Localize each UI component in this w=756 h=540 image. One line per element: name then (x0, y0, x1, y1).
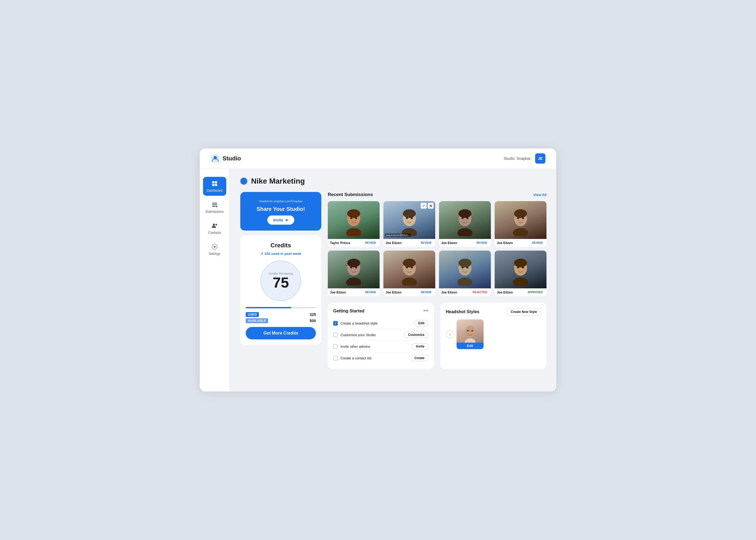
more-options-icon[interactable]: ••• (423, 308, 429, 314)
sidebar-item-settings[interactable]: Settings (203, 240, 226, 259)
submission-card[interactable]: Taylor PrinceREVIEW (328, 201, 380, 247)
svg-point-16 (355, 217, 357, 219)
credits-circle: Credits Remaining 75 (261, 261, 301, 301)
invite-button[interactable]: Invite ➤ (267, 215, 294, 225)
gs-item-label: Customize your Studio (340, 333, 376, 337)
svg-point-35 (350, 267, 352, 268)
sidebar: Dashboard Submissions (200, 169, 229, 391)
submissions-grid: Taylor PrinceREVIEWjoejuiceitzen@thesn..… (328, 201, 547, 296)
bottom-row: Getting Started ••• Create a headshot st… (328, 303, 547, 369)
recent-submissions-title: Recent Submissions (328, 192, 373, 198)
gs-action-button[interactable]: Customize (404, 332, 429, 338)
submission-name: Joe Eitzen (330, 291, 346, 294)
svg-point-24 (458, 209, 471, 218)
submission-card[interactable]: Joe EitzenAPPROVED (495, 251, 547, 296)
getting-started-card: Getting Started ••• Create a headshot st… (328, 303, 434, 369)
svg-point-41 (411, 267, 413, 268)
svg-point-40 (406, 267, 408, 268)
submission-card[interactable]: Joe EitzenREJECTED (439, 251, 491, 296)
create-new-style-button[interactable]: Create New Style (507, 308, 541, 316)
svg-point-55 (471, 330, 473, 332)
getting-started-item: Customize your StudioCustomize (333, 329, 429, 341)
page-title: Nike Marketing (251, 177, 305, 186)
sidebar-item-submissions[interactable]: Submissions (203, 198, 226, 217)
status-badge: REVIEW (364, 241, 377, 245)
submission-card[interactable]: joejuiceitzen@thesn... ⤢ ⊞ Joe EitzenREV… (383, 201, 435, 247)
gs-item-left: Invite other admins (333, 344, 370, 349)
studio-logo-icon (210, 154, 220, 163)
share-title: Share Your Studio! (257, 206, 305, 212)
svg-point-36 (355, 267, 357, 268)
credits-card: Credits ↗ 153 used in past week Credits … (240, 235, 321, 345)
submission-photo (383, 251, 435, 288)
submission-photo (439, 251, 491, 288)
fullscreen-icon[interactable]: ⤢ (421, 203, 427, 209)
user-avatar[interactable]: JE (535, 153, 546, 164)
style-card-edit-button[interactable]: Edit (456, 342, 484, 349)
page-title-row: Nike Marketing (240, 177, 547, 186)
view-all-link[interactable]: View All (533, 193, 547, 197)
submission-photo: joejuiceitzen@thesn... ⤢ ⊞ (383, 201, 435, 239)
share-card: headshots.snapbar.com/Snapbar Share Your… (240, 192, 321, 230)
svg-point-32 (513, 228, 528, 236)
sidebar-item-contacts[interactable]: Contacts (203, 219, 226, 238)
submission-name: Joe Eitzen (497, 241, 513, 245)
svg-point-10 (213, 223, 215, 226)
gs-checkbox[interactable] (333, 344, 338, 349)
submission-name: Joe Eitzen (441, 241, 457, 245)
contacts-icon (211, 222, 218, 229)
gs-action-button[interactable]: Edit (414, 320, 429, 327)
status-badge: REVIEW (419, 241, 433, 245)
submission-name: Joe Eitzen (386, 291, 402, 294)
svg-point-49 (514, 259, 527, 267)
credits-bar-fill (246, 307, 291, 308)
svg-point-54 (467, 330, 469, 332)
settings-icon (211, 243, 218, 250)
submission-card[interactable]: Joe EitzenREVIEW (495, 201, 547, 247)
gs-action-button[interactable]: Create (410, 355, 429, 361)
svg-rect-7 (212, 204, 217, 205)
status-badge: APPROVED (526, 290, 544, 294)
svg-rect-5 (215, 184, 217, 186)
submission-card[interactable]: Joe EitzenREVIEW (383, 251, 435, 296)
gs-action-button[interactable]: Invite (412, 343, 429, 350)
credits-available-row: AVAILABLE 500 (246, 318, 316, 323)
svg-marker-9 (216, 205, 218, 207)
svg-point-37 (346, 278, 361, 286)
svg-rect-8 (212, 206, 215, 207)
credits-remaining-number: 75 (273, 275, 289, 290)
svg-rect-2 (212, 181, 214, 183)
right-column: Recent Submissions View All Taylor Princ… (328, 192, 547, 369)
send-icon: ➤ (285, 218, 288, 222)
sidebar-item-label: Dashboard (206, 189, 222, 193)
submissions-icon (211, 201, 218, 208)
svg-point-20 (406, 217, 408, 219)
body: Dashboard Submissions (200, 169, 556, 391)
svg-point-45 (461, 267, 463, 268)
sidebar-item-dashboard[interactable]: Dashboard (203, 177, 226, 196)
style-nav-prev-button[interactable]: ‹ (446, 330, 454, 338)
getting-started-items: Create a headshot styleEditCustomize you… (333, 318, 429, 364)
sidebar-item-label: Settings (209, 252, 220, 256)
dashboard-icon (211, 180, 218, 187)
arrow-up-icon: ↗ (260, 252, 263, 256)
submission-card[interactable]: Joe EitzenREVIEW (328, 251, 380, 296)
svg-rect-4 (212, 184, 214, 186)
submission-info: Joe EitzenREVIEW (328, 288, 380, 296)
studio-label: Studio: Snapbar (504, 156, 531, 161)
status-badge: REVIEW (419, 290, 433, 294)
get-credits-button[interactable]: Get More Credits (246, 327, 316, 339)
submission-card[interactable]: Joe EitzenREVIEW (439, 201, 491, 247)
svg-point-11 (215, 224, 217, 225)
gs-checkbox[interactable] (333, 333, 338, 337)
gs-checkbox[interactable] (333, 321, 338, 326)
svg-point-17 (346, 228, 361, 236)
submission-info: Joe EitzenREVIEW (439, 239, 491, 247)
gs-item-label: Invite other admins (340, 344, 370, 348)
status-badge: REVIEW (531, 241, 544, 245)
credits-available-value: 500 (310, 319, 316, 323)
gs-checkbox[interactable] (333, 356, 338, 360)
sidebar-item-label: Submissions (205, 210, 223, 213)
submission-info: Joe EitzenREJECTED (439, 288, 491, 296)
grid-icon[interactable]: ⊞ (428, 203, 434, 209)
